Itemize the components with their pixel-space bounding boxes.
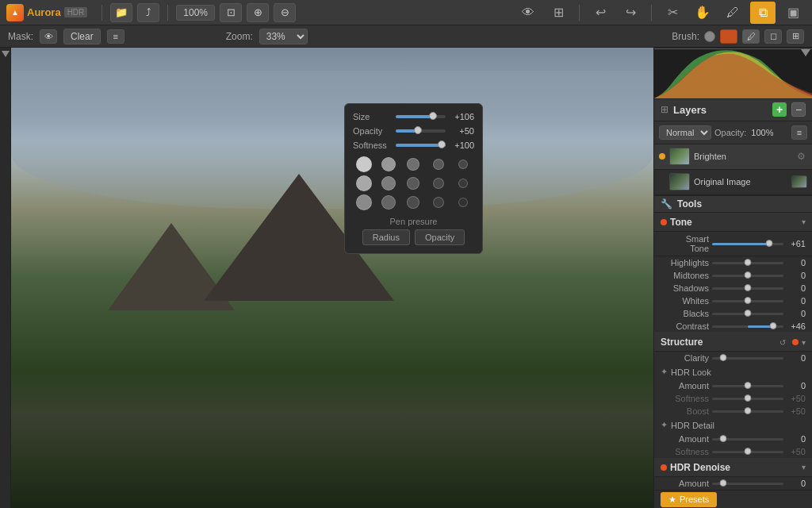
mask-options-button[interactable]: ≡ bbox=[107, 29, 124, 44]
size-slider[interactable] bbox=[396, 115, 446, 118]
mask-eye-button[interactable]: 👁 bbox=[40, 29, 57, 44]
undo-button[interactable]: ↩ bbox=[588, 2, 613, 24]
hdr-softness-row: Softness +50 bbox=[654, 392, 812, 405]
clarity-label: Clarity bbox=[665, 353, 709, 363]
blacks-value: 0 bbox=[787, 309, 806, 318]
detail-softness-slider[interactable] bbox=[712, 451, 783, 453]
tools-title: Tools bbox=[677, 198, 702, 210]
layers-button[interactable]: ⧉ bbox=[750, 2, 776, 24]
zoom-in-button[interactable]: ⊕ bbox=[247, 3, 269, 22]
layers-section-header[interactable]: ⊞ Layers + − bbox=[654, 99, 812, 121]
smart-tone-label: Smart Tone bbox=[665, 234, 709, 253]
tools-icon: 🔧 bbox=[661, 198, 672, 210]
smart-tone-slider[interactable] bbox=[712, 243, 783, 245]
brush-bottom-buttons: Radius Opacity bbox=[353, 229, 474, 245]
denoise-amount-row: Amount 0 bbox=[654, 477, 812, 490]
blacks-slider[interactable] bbox=[712, 313, 783, 315]
hdr-denoise-header[interactable]: HDR Denoise ▾ bbox=[654, 458, 812, 477]
layer-item-original[interactable]: Original Image bbox=[654, 170, 812, 195]
opacity-row: Opacity +50 bbox=[353, 126, 474, 136]
hdr-boost-slider[interactable] bbox=[712, 410, 783, 413]
whites-slider[interactable] bbox=[712, 300, 783, 302]
shadows-slider[interactable] bbox=[712, 287, 783, 290]
detail-softness-label: Softness bbox=[665, 447, 709, 456]
separator-1 bbox=[102, 5, 102, 21]
tone-section-header[interactable]: Tone ▾ bbox=[654, 213, 812, 232]
hdr-amount-slider[interactable] bbox=[712, 385, 783, 387]
brush-popup: Size +106 Opacity +50 Softness bbox=[344, 103, 483, 254]
hdr-amount-label: Amount bbox=[665, 381, 709, 391]
shadows-row: Shadows 0 bbox=[654, 282, 812, 294]
photo-background bbox=[11, 48, 653, 508]
tone-arrow: ▾ bbox=[802, 217, 806, 226]
contrast-value: +46 bbox=[787, 321, 806, 331]
softness-value: +100 bbox=[449, 140, 474, 150]
zoom-select[interactable]: 33% 50% 100% bbox=[259, 29, 308, 44]
export-button[interactable]: ▣ bbox=[780, 2, 806, 24]
opacity-slider[interactable] bbox=[396, 129, 446, 133]
highlights-slider[interactable] bbox=[712, 262, 783, 264]
clear-button[interactable]: Clear bbox=[63, 29, 101, 44]
contrast-label: Contrast bbox=[665, 321, 709, 331]
brush-paint-button[interactable]: 🖊 bbox=[742, 29, 760, 44]
size-value: +106 bbox=[449, 112, 474, 121]
hdr-denoise-section: HDR Denoise ▾ Amount 0 bbox=[654, 458, 812, 490]
midtones-slider[interactable] bbox=[712, 275, 783, 277]
midtones-value: 0 bbox=[787, 271, 806, 280]
structure-header[interactable]: Structure ↺ ▾ bbox=[654, 333, 812, 352]
separator-4 bbox=[651, 5, 652, 21]
clarity-slider[interactable] bbox=[712, 357, 783, 360]
open-button[interactable]: 📁 bbox=[110, 3, 132, 22]
histogram-triangle bbox=[801, 49, 810, 56]
hdr-detail-name: HDR Detail bbox=[671, 421, 806, 430]
smart-tone-row: Smart Tone +61 bbox=[654, 232, 812, 256]
tools-header[interactable]: 🔧 Tools bbox=[654, 196, 812, 213]
denoise-amount-slider[interactable] bbox=[712, 483, 783, 485]
before-after-button[interactable]: 👁 bbox=[515, 2, 541, 24]
radius-button[interactable]: Radius bbox=[362, 229, 410, 245]
opacity-mode-button[interactable]: Opacity bbox=[415, 229, 465, 245]
blacks-label: Blacks bbox=[665, 309, 709, 318]
hdr-softness-slider[interactable] bbox=[712, 398, 783, 400]
brush-preset-grid bbox=[353, 156, 474, 210]
contrast-row: Contrast +46 bbox=[654, 320, 812, 333]
opacity-label: Opacity bbox=[353, 126, 393, 136]
shadows-value: 0 bbox=[787, 283, 806, 293]
mask-bar: Mask: 👁 Clear ≡ Zoom: 33% 50% 100% Brush… bbox=[0, 25, 812, 48]
presets-button[interactable]: ★ Presets bbox=[661, 492, 717, 507]
hdr-boost-label: Boost bbox=[665, 406, 709, 416]
layers-menu-button[interactable]: ≡ bbox=[791, 125, 807, 140]
share-button[interactable]: ⤴ bbox=[137, 3, 159, 22]
crop-button[interactable]: ✂ bbox=[660, 2, 685, 24]
layer-item-brighten[interactable]: Brighten ⚙ bbox=[654, 144, 812, 170]
layers-add-button[interactable]: + bbox=[772, 102, 787, 117]
layers-remove-button[interactable]: − bbox=[791, 102, 806, 117]
softness-label: Softness bbox=[353, 140, 393, 150]
brush-erase-button[interactable]: ◻ bbox=[764, 29, 782, 44]
structure-dot bbox=[792, 339, 799, 345]
softness-row: Softness +100 bbox=[353, 140, 474, 150]
clarity-row: Clarity 0 bbox=[654, 352, 812, 364]
contrast-slider[interactable] bbox=[712, 325, 783, 328]
canvas-area[interactable]: Size +106 Opacity +50 Softness bbox=[11, 48, 653, 508]
layer-settings-button[interactable]: ⚙ bbox=[795, 150, 807, 163]
brush-tool-button[interactable]: 🖊 bbox=[720, 2, 745, 24]
brush-menu-button[interactable]: ⊞ bbox=[787, 29, 804, 44]
size-label: Size bbox=[353, 112, 393, 121]
hdr-look-name: HDR Look bbox=[671, 368, 806, 377]
presets-bar: ★ Presets bbox=[654, 490, 812, 508]
detail-amount-slider[interactable] bbox=[712, 438, 783, 441]
tone-title: Tone bbox=[670, 217, 799, 228]
softness-slider[interactable] bbox=[396, 144, 446, 147]
compare-button[interactable]: ⊞ bbox=[546, 2, 571, 24]
brush-color-button[interactable] bbox=[720, 29, 737, 44]
zoom-label: Zoom: bbox=[226, 31, 253, 42]
fit-button[interactable]: ⊡ bbox=[220, 3, 242, 22]
opacity-label: Opacity: bbox=[714, 128, 746, 137]
pan-button[interactable]: ✋ bbox=[690, 2, 715, 24]
presets-label: Presets bbox=[680, 495, 709, 504]
blend-mode-select[interactable]: Normal bbox=[659, 125, 711, 140]
highlights-value: 0 bbox=[787, 258, 806, 267]
zoom-out-button[interactable]: ⊖ bbox=[274, 3, 296, 22]
redo-button[interactable]: ↪ bbox=[618, 2, 643, 24]
